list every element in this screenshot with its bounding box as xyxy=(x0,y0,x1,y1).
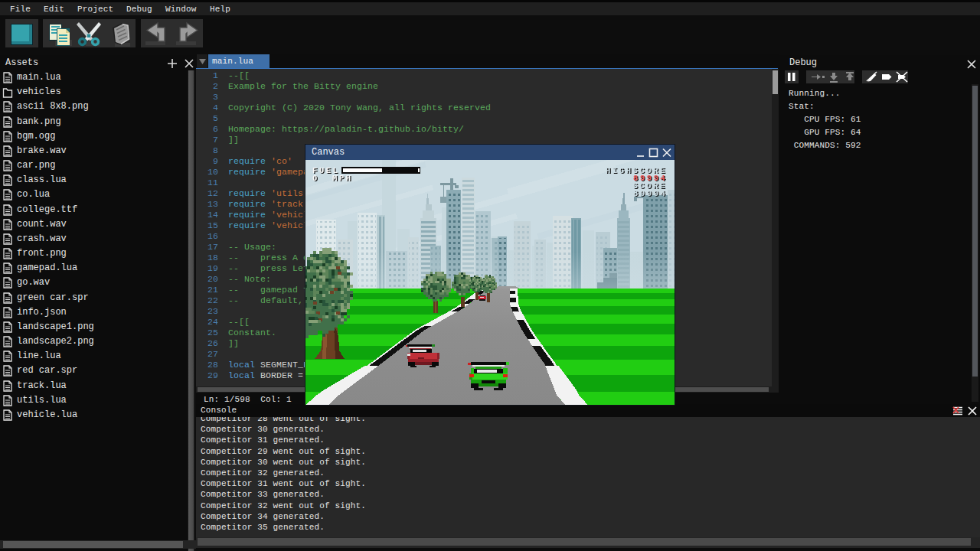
svg-text:MPH: MPH xyxy=(332,174,353,183)
svg-text:89994: 89994 xyxy=(633,189,668,198)
svg-text:0: 0 xyxy=(312,174,319,183)
